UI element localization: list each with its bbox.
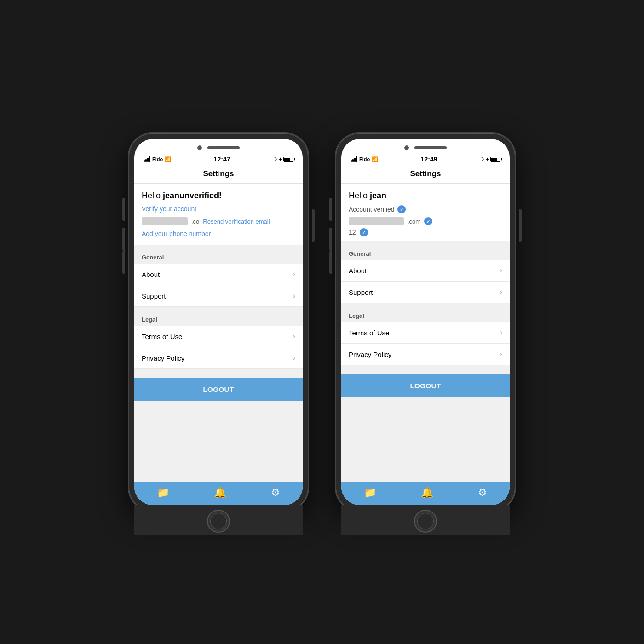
wifi-icon: 📶 xyxy=(165,156,171,162)
bt-icon-2: ✦ xyxy=(485,157,489,162)
nav-header: Settings xyxy=(134,166,303,184)
home-button-inner-2 xyxy=(417,513,434,529)
about-item-2[interactable]: About › xyxy=(341,260,510,282)
home-button-area xyxy=(134,505,303,535)
account-verified-row: Account verified ✓ xyxy=(349,205,502,213)
email-verified-row: .com ✓ xyxy=(349,217,502,225)
time-display-2: 12:49 xyxy=(378,155,480,163)
tab-bar-2: 📁 🔔 ⚙ xyxy=(341,482,510,505)
resend-email-link[interactable]: Resend verification email xyxy=(203,218,270,225)
home-button-area-2 xyxy=(341,505,510,535)
tab-bell-icon[interactable]: 🔔 xyxy=(214,487,226,499)
about-item[interactable]: About › xyxy=(134,264,303,285)
phone-check-icon: ✓ xyxy=(360,228,368,236)
logout-button[interactable]: LOGOUT xyxy=(134,378,303,401)
terms-item[interactable]: Terms of Use › xyxy=(134,326,303,347)
status-left: Fido 📶 xyxy=(144,156,171,162)
screen-content: Hello jeanunverified! Verify your accoun… xyxy=(134,184,303,482)
support-label-2: Support xyxy=(349,288,373,296)
time-display: 12:47 xyxy=(171,155,273,163)
tab-folder-icon[interactable]: 📁 xyxy=(157,487,169,499)
privacy-label-2: Privacy Policy xyxy=(349,351,391,358)
signal-icon xyxy=(144,156,150,162)
about-label-2: About xyxy=(349,267,367,275)
hello-prefix-2: Hello xyxy=(349,191,370,200)
phone-verified-row: 12 ✓ xyxy=(349,228,502,236)
screen-content-2: Hello jean Account verified ✓ .com ✓ 12 … xyxy=(341,184,510,482)
username-2: jean xyxy=(370,191,386,200)
privacy-item[interactable]: Privacy Policy › xyxy=(134,347,303,369)
email-blur xyxy=(142,217,188,225)
camera xyxy=(197,145,202,150)
status-right: ☽ ✦ xyxy=(273,157,293,162)
page-title-2: Settings xyxy=(410,169,441,178)
phone-2: Fido 📶 12:49 ☽ ✦ Settings xyxy=(336,133,515,511)
top-hardware-2 xyxy=(341,139,510,154)
tab-folder-icon-2[interactable]: 📁 xyxy=(364,487,376,499)
terms-label: Terms of Use xyxy=(142,333,182,340)
tab-settings-icon-2[interactable]: ⚙ xyxy=(478,487,487,499)
battery-icon xyxy=(283,157,293,162)
terms-chevron: › xyxy=(293,332,295,340)
spacer-2 xyxy=(134,307,303,312)
phone-1: Fido 📶 12:47 ☽ ✦ Settings xyxy=(129,133,308,511)
logout-button-2[interactable]: LOGOUT xyxy=(341,374,510,397)
about-chevron-2: › xyxy=(500,266,502,275)
tab-bell-icon-2[interactable]: 🔔 xyxy=(421,487,433,499)
hello-text-2: Hello jean xyxy=(349,191,502,201)
home-button[interactable] xyxy=(207,510,230,533)
legal-header: Legal xyxy=(134,312,303,326)
tab-settings-icon[interactable]: ⚙ xyxy=(271,487,280,499)
home-button-inner xyxy=(210,513,227,529)
hello-text: Hello jeanunverified! xyxy=(142,191,295,201)
page-title: Settings xyxy=(203,169,234,178)
carrier-label-2: Fido xyxy=(359,156,370,162)
terms-label-2: Terms of Use xyxy=(349,329,389,337)
privacy-chevron: › xyxy=(293,354,295,362)
about-label: About xyxy=(142,270,160,278)
moon-icon: ☽ xyxy=(273,157,277,162)
nav-header-2: Settings xyxy=(341,166,510,184)
email-row: .co Resend verification email xyxy=(142,217,295,225)
spacer-4 xyxy=(341,241,510,247)
email-check-icon: ✓ xyxy=(424,217,432,225)
legal-header-2: Legal xyxy=(341,309,510,322)
battery-icon-2 xyxy=(490,157,500,162)
email-domain: .co xyxy=(191,218,199,225)
support-item-2[interactable]: Support › xyxy=(341,282,510,303)
camera-2 xyxy=(404,145,409,150)
speaker-2 xyxy=(414,146,447,149)
about-chevron: › xyxy=(293,270,295,278)
spacer-1 xyxy=(134,245,303,250)
email-blur-2 xyxy=(349,217,404,225)
status-bar-2: Fido 📶 12:49 ☽ ✦ xyxy=(341,154,510,166)
support-chevron: › xyxy=(293,292,295,300)
username: jeanunverified! xyxy=(163,191,222,200)
verify-account-link[interactable]: Verify your account xyxy=(142,205,295,213)
spacer-3 xyxy=(134,369,303,374)
support-item[interactable]: Support › xyxy=(134,285,303,307)
add-phone-link[interactable]: Add your phone number xyxy=(142,230,295,237)
terms-chevron-2: › xyxy=(500,328,502,337)
status-right-2: ☽ ✦ xyxy=(480,157,500,162)
phone-number-partial: 12 xyxy=(349,229,356,236)
terms-item-2[interactable]: Terms of Use › xyxy=(341,322,510,344)
general-header: General xyxy=(134,250,303,264)
privacy-item-2[interactable]: Privacy Policy › xyxy=(341,344,510,365)
tab-bar: 📁 🔔 ⚙ xyxy=(134,482,303,505)
support-chevron-2: › xyxy=(500,288,502,296)
spacer-5 xyxy=(341,303,510,309)
hello-prefix: Hello xyxy=(142,191,163,200)
verified-label: Account verified xyxy=(349,206,395,213)
speaker xyxy=(207,146,240,149)
carrier-label: Fido xyxy=(152,156,163,162)
general-header-2: General xyxy=(341,247,510,260)
hello-section: Hello jeanunverified! Verify your accoun… xyxy=(134,184,303,245)
privacy-chevron-2: › xyxy=(500,350,502,358)
signal-icon-2 xyxy=(351,156,357,162)
email-domain-2: .com xyxy=(408,218,420,225)
bt-icon: ✦ xyxy=(278,157,282,162)
spacer-6 xyxy=(341,365,510,371)
wifi-icon-2: 📶 xyxy=(372,156,378,162)
home-button-2[interactable] xyxy=(414,510,437,533)
